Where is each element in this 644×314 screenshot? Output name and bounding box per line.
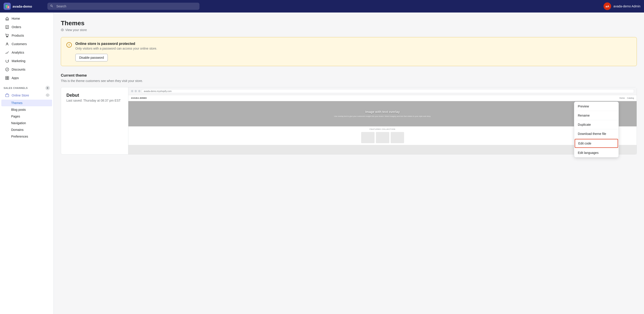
- preview-hero-subtitle: Use overlay text to give your customers …: [133, 115, 632, 118]
- shopify-icon: 🛍️: [4, 3, 11, 10]
- preview-nav-catalog: Catalog: [627, 97, 634, 99]
- sidebar-item-online-store[interactable]: Online Store: [1, 91, 52, 100]
- dropdown-item-edit-code[interactable]: Edit code: [575, 139, 618, 148]
- view-store-link[interactable]: View your store: [61, 28, 637, 32]
- sidebar-item-products[interactable]: Products: [1, 31, 52, 40]
- svg-rect-8: [8, 78, 9, 80]
- sidebar-marketing-label: Marketing: [12, 59, 25, 63]
- themes-label: Themes: [11, 101, 22, 105]
- sidebar-sub-item-themes[interactable]: Themes: [1, 100, 52, 106]
- sidebar-orders-label: Orders: [12, 25, 21, 29]
- online-store-icon: [5, 93, 10, 98]
- preview-product-3: [391, 132, 404, 143]
- page-title: Themes: [61, 20, 637, 27]
- sidebar-item-home[interactable]: Home: [1, 14, 52, 23]
- home-icon: [5, 16, 10, 21]
- sidebar-item-customers[interactable]: Customers: [1, 40, 52, 48]
- dropdown-item-download[interactable]: Download theme file: [574, 129, 618, 139]
- search-icon: [50, 4, 53, 8]
- preview-hero: Image with text overlay Use overlay text…: [128, 101, 636, 126]
- svg-point-3: [6, 43, 8, 44]
- sidebar-item-apps[interactable]: Apps: [1, 74, 52, 82]
- sidebar-sub-item-blog-posts[interactable]: Blog posts: [1, 106, 52, 113]
- top-nav-right: aA avada-demo Admin: [604, 2, 640, 10]
- theme-info: Debut Last saved: Thursday at 08:37 pm E…: [61, 87, 128, 154]
- sidebar-products-label: Products: [12, 34, 24, 37]
- sidebar-item-discounts[interactable]: Discounts: [1, 65, 52, 74]
- preview-browser-bar: avada-demo.myshopify.com: [128, 87, 636, 95]
- preview-nav: AVADA-DEMO Home Catalog: [128, 95, 636, 101]
- analytics-icon: [5, 50, 10, 55]
- brand-logo[interactable]: 🛍️ avada-demo: [4, 3, 44, 10]
- preview-products: [131, 132, 634, 143]
- navigation-label: Navigation: [11, 121, 26, 125]
- preview-featured: FEATURED COLLECTION: [128, 126, 636, 145]
- dropdown-item-duplicate[interactable]: Duplicate: [574, 120, 618, 129]
- preview-nav-links: Home Catalog: [620, 97, 634, 99]
- sidebar-sub-item-navigation[interactable]: Navigation: [1, 120, 52, 126]
- password-banner: ! Online store is password protected Onl…: [61, 37, 637, 66]
- search-bar: [48, 3, 200, 10]
- sidebar-home-label: Home: [12, 17, 20, 20]
- sidebar-item-orders[interactable]: Orders: [1, 23, 52, 31]
- warning-icon: !: [66, 42, 72, 48]
- sidebar-sub-item-preferences[interactable]: Preferences: [1, 133, 52, 140]
- dropdown-item-preview[interactable]: Preview: [574, 102, 618, 111]
- top-navigation: 🛍️ avada-demo aA avada-demo Admin: [0, 0, 644, 12]
- svg-rect-6: [8, 76, 9, 78]
- sidebar-discounts-label: Discounts: [12, 68, 25, 71]
- store-name: avada-demo: [12, 4, 32, 8]
- sidebar-customers-label: Customers: [12, 42, 27, 46]
- banner-subtitle: Only visitors with a password can access…: [75, 47, 157, 50]
- preview-url-bar: avada-demo.myshopify.com: [142, 89, 634, 93]
- online-store-left: Online Store: [5, 93, 29, 98]
- main-content: Themes View your store ! Online store is…: [54, 12, 644, 314]
- add-sales-channel-button[interactable]: +: [46, 86, 50, 90]
- search-input[interactable]: [48, 3, 200, 10]
- dropdown-item-edit-languages[interactable]: Edit languages: [574, 148, 618, 157]
- eye-icon[interactable]: [46, 93, 50, 98]
- dropdown-item-rename[interactable]: Rename: [574, 111, 618, 120]
- preview-store-name: AVADA-DEMO: [131, 97, 147, 99]
- svg-point-11: [62, 29, 63, 30]
- view-store-label: View your store: [65, 28, 87, 32]
- orders-icon: [5, 25, 10, 29]
- marketing-icon: [5, 59, 10, 63]
- sidebar-apps-label: Apps: [12, 76, 19, 80]
- avatar[interactable]: aA: [604, 2, 611, 10]
- current-theme-title: Current theme: [61, 73, 637, 78]
- sidebar-sub-item-pages[interactable]: Pages: [1, 113, 52, 120]
- preview-product-1: [361, 132, 374, 143]
- sidebar-item-analytics[interactable]: Analytics: [1, 48, 52, 57]
- online-store-label: Online Store: [12, 94, 29, 97]
- preview-product-2: [376, 132, 389, 143]
- svg-point-1: [6, 37, 7, 37]
- theme-saved: Last saved: Thursday at 08:37 pm EST: [66, 99, 123, 102]
- main-layout: Home Orders Products Customers Analytics: [0, 12, 644, 314]
- preview-nav-home: Home: [620, 97, 625, 99]
- banner-title: Online store is password protected: [75, 42, 157, 46]
- theme-name: Debut: [66, 93, 123, 98]
- banner-content: Online store is password protected Only …: [75, 42, 157, 61]
- sidebar-item-marketing[interactable]: Marketing: [1, 57, 52, 65]
- discounts-icon: [5, 67, 10, 72]
- sidebar-sub-item-domains[interactable]: Domains: [1, 126, 52, 133]
- svg-point-2: [8, 37, 8, 37]
- svg-rect-9: [6, 94, 9, 97]
- preview-dot-2: [134, 90, 137, 92]
- svg-rect-7: [6, 78, 7, 80]
- sidebar: Home Orders Products Customers Analytics: [0, 12, 54, 314]
- preview-featured-title: FEATURED COLLECTION: [131, 128, 634, 130]
- preview-url-text: avada-demo.myshopify.com: [144, 90, 172, 92]
- blog-posts-label: Blog posts: [11, 108, 26, 111]
- sidebar-analytics-label: Analytics: [12, 51, 24, 54]
- disable-password-button[interactable]: Disable password: [75, 54, 108, 61]
- theme-card: Debut Last saved: Thursday at 08:37 pm E…: [61, 87, 637, 155]
- admin-name: avada-demo Admin: [613, 4, 640, 8]
- sales-channels-section: SALES CHANNELS +: [0, 82, 54, 91]
- pages-label: Pages: [11, 115, 20, 118]
- customers-icon: [5, 42, 10, 46]
- apps-icon: [5, 76, 10, 80]
- svg-point-10: [47, 95, 48, 96]
- products-icon: [5, 33, 10, 38]
